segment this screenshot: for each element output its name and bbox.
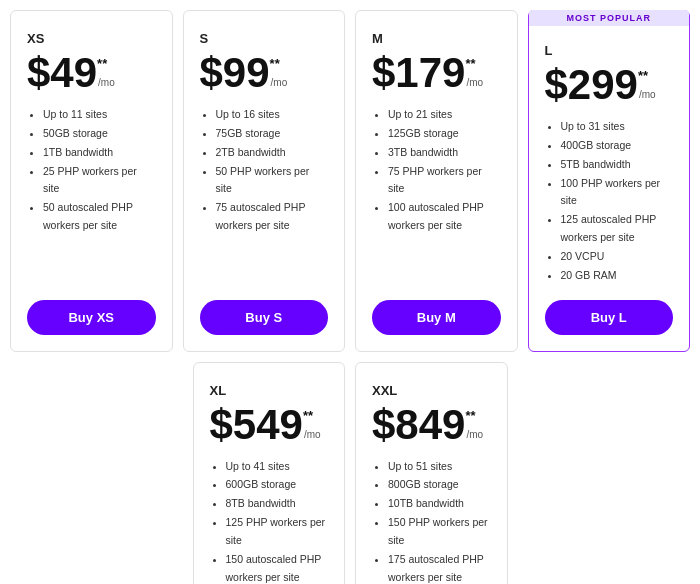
- feature-item: Up to 31 sites: [561, 118, 674, 136]
- plan-asterisks-l: **: [638, 68, 648, 83]
- plan-card-l: MOST POPULARL$299**/moUp to 31 sites400G…: [528, 10, 691, 352]
- plan-card-xs: XS$49**/moUp to 11 sites50GB storage1TB …: [10, 10, 173, 352]
- plan-name-xxl: XXL: [372, 383, 491, 398]
- most-popular-badge: MOST POPULAR: [529, 10, 690, 26]
- pricing-grid-row1: XS$49**/moUp to 11 sites50GB storage1TB …: [10, 10, 690, 352]
- plan-name-s: S: [200, 31, 329, 46]
- plan-asterisks-s: **: [270, 56, 280, 71]
- feature-item: Up to 21 sites: [388, 106, 501, 124]
- feature-item: Up to 51 sites: [388, 458, 491, 476]
- feature-item: 50GB storage: [43, 125, 156, 143]
- plan-price-m: $179: [372, 52, 465, 94]
- plan-card-xl: XL$549**/moUp to 41 sites600GB storage8T…: [193, 362, 346, 584]
- feature-item: 1TB bandwidth: [43, 144, 156, 162]
- feature-item: 175 autoscaled PHP workers per site: [388, 551, 491, 584]
- plan-price-xs: $49: [27, 52, 97, 94]
- plan-name-l: L: [545, 43, 674, 58]
- plan-price-wrap-xl: $549**/mo: [210, 404, 329, 446]
- feature-item: 50 PHP workers per site: [216, 163, 329, 199]
- feature-item: 75 autoscaled PHP workers per site: [216, 199, 329, 235]
- plan-features-s: Up to 16 sites75GB storage2TB bandwidth5…: [200, 106, 329, 286]
- feature-item: 50 autoscaled PHP workers per site: [43, 199, 156, 235]
- plan-card-m: M$179**/moUp to 21 sites125GB storage3TB…: [355, 10, 518, 352]
- feature-item: 75GB storage: [216, 125, 329, 143]
- plan-name-m: M: [372, 31, 501, 46]
- plan-per-mo-xl: /mo: [304, 429, 321, 440]
- plan-price-wrap-xxl: $849**/mo: [372, 404, 491, 446]
- buy-button-xs[interactable]: Buy XS: [27, 300, 156, 335]
- plan-name-xs: XS: [27, 31, 156, 46]
- feature-item: 125 autoscaled PHP workers per site: [561, 211, 674, 247]
- plan-price-s: $99: [200, 52, 270, 94]
- plan-features-xs: Up to 11 sites50GB storage1TB bandwidth2…: [27, 106, 156, 286]
- feature-item: 75 PHP workers per site: [388, 163, 501, 199]
- feature-item: 2TB bandwidth: [216, 144, 329, 162]
- plan-per-mo-xs: /mo: [98, 77, 115, 88]
- feature-item: 20 VCPU: [561, 248, 674, 266]
- feature-item: 100 autoscaled PHP workers per site: [388, 199, 501, 235]
- row2-spacer: [10, 362, 183, 584]
- feature-item: 10TB bandwidth: [388, 495, 491, 513]
- feature-item: 25 PHP workers per site: [43, 163, 156, 199]
- buy-button-s[interactable]: Buy S: [200, 300, 329, 335]
- plan-asterisks-xxl: **: [465, 408, 475, 423]
- plan-card-s: S$99**/moUp to 16 sites75GB storage2TB b…: [183, 10, 346, 352]
- plan-per-mo-s: /mo: [271, 77, 288, 88]
- plan-card-xxl: XXL$849**/moUp to 51 sites800GB storage1…: [355, 362, 508, 584]
- buy-button-l[interactable]: Buy L: [545, 300, 674, 335]
- plan-price-xxl: $849: [372, 404, 465, 446]
- plan-price-wrap-l: $299**/mo: [545, 64, 674, 106]
- plan-price-wrap-xs: $49**/mo: [27, 52, 156, 94]
- feature-item: 20 GB RAM: [561, 267, 674, 285]
- plan-per-mo-m: /mo: [466, 77, 483, 88]
- feature-item: 600GB storage: [226, 476, 329, 494]
- feature-item: 125GB storage: [388, 125, 501, 143]
- row2-spacer2: [518, 362, 691, 584]
- plan-features-xl: Up to 41 sites600GB storage8TB bandwidth…: [210, 458, 329, 584]
- feature-item: 800GB storage: [388, 476, 491, 494]
- buy-button-m[interactable]: Buy M: [372, 300, 501, 335]
- feature-item: 8TB bandwidth: [226, 495, 329, 513]
- feature-item: 150 PHP workers per site: [388, 514, 491, 550]
- feature-item: 125 PHP workers per site: [226, 514, 329, 550]
- plan-features-xxl: Up to 51 sites800GB storage10TB bandwidt…: [372, 458, 491, 584]
- plan-price-wrap-s: $99**/mo: [200, 52, 329, 94]
- plan-per-mo-xxl: /mo: [466, 429, 483, 440]
- plan-features-m: Up to 21 sites125GB storage3TB bandwidth…: [372, 106, 501, 286]
- feature-item: 3TB bandwidth: [388, 144, 501, 162]
- plan-asterisks-m: **: [465, 56, 475, 71]
- plan-asterisks-xs: **: [97, 56, 107, 71]
- feature-item: 5TB bandwidth: [561, 156, 674, 174]
- plan-asterisks-xl: **: [303, 408, 313, 423]
- plan-name-xl: XL: [210, 383, 329, 398]
- plan-per-mo-l: /mo: [639, 89, 656, 100]
- pricing-grid-row2: XL$549**/moUp to 41 sites600GB storage8T…: [193, 362, 508, 584]
- plan-price-l: $299: [545, 64, 638, 106]
- plan-price-xl: $549: [210, 404, 303, 446]
- feature-item: 150 autoscaled PHP workers per site: [226, 551, 329, 584]
- feature-item: 100 PHP workers per site: [561, 175, 674, 211]
- feature-item: Up to 41 sites: [226, 458, 329, 476]
- feature-item: 400GB storage: [561, 137, 674, 155]
- plan-features-l: Up to 31 sites400GB storage5TB bandwidth…: [545, 118, 674, 286]
- feature-item: Up to 16 sites: [216, 106, 329, 124]
- plan-price-wrap-m: $179**/mo: [372, 52, 501, 94]
- feature-item: Up to 11 sites: [43, 106, 156, 124]
